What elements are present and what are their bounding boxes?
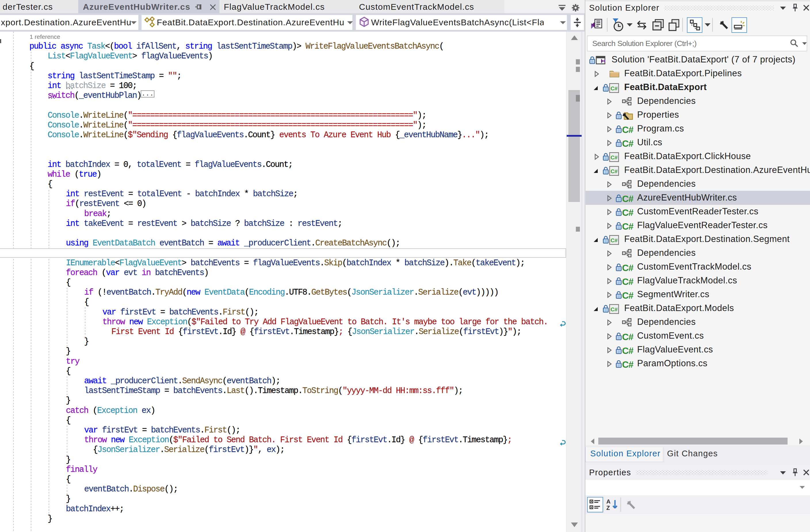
svg-text:C#: C# bbox=[611, 237, 618, 243]
svg-text:C#: C# bbox=[622, 221, 633, 231]
svg-text:C#: C# bbox=[611, 85, 618, 92]
svg-text:C#: C# bbox=[622, 125, 633, 135]
svg-text:C#: C# bbox=[622, 263, 633, 273]
svg-text:C#: C# bbox=[622, 276, 633, 287]
svg-text:C#: C# bbox=[611, 306, 618, 312]
svg-text:C#: C# bbox=[611, 155, 618, 161]
svg-text:C#: C# bbox=[611, 168, 618, 174]
svg-text:C#: C# bbox=[622, 359, 633, 370]
svg-text:C#: C# bbox=[622, 207, 633, 218]
svg-text:C#: C# bbox=[622, 290, 633, 301]
svg-text:A: A bbox=[606, 498, 610, 505]
svg-text:C#: C# bbox=[622, 139, 633, 149]
svg-text:C#: C# bbox=[622, 345, 633, 356]
svg-text:Z: Z bbox=[606, 505, 610, 511]
svg-text:C#: C# bbox=[622, 194, 633, 204]
svg-text:C#: C# bbox=[622, 332, 633, 342]
